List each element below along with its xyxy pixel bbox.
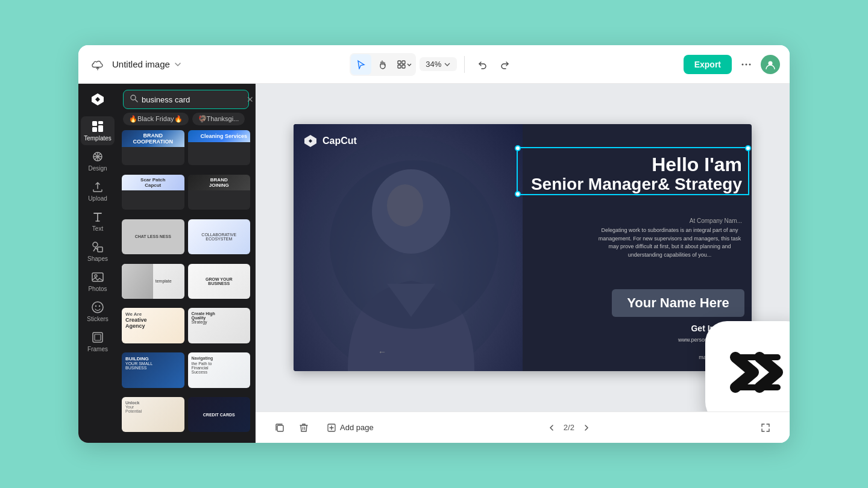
template-card-10[interactable]: Create High Quality Strategy — [188, 308, 251, 343]
top-bar: Untitled image — [78, 45, 790, 84]
add-page-button[interactable]: Add page — [318, 419, 382, 436]
zoom-control[interactable]: 34% — [420, 57, 457, 71]
svg-point-13 — [93, 242, 98, 247]
canvas-area: CapCut Hello I'am Senior Manager& Strate… — [256, 84, 790, 443]
top-bar-center: 34% — [189, 53, 676, 76]
sidebar-item-text[interactable]: Text — [81, 207, 115, 236]
undo-button[interactable] — [472, 54, 492, 75]
tag-thanksgiving[interactable]: 🦃Thanksgi... — [192, 113, 245, 125]
duplicate-page-button[interactable] — [270, 418, 289, 437]
headline-line2: Senior Manager& Strategy — [523, 175, 742, 194]
sidebar-item-stickers[interactable]: Stickers — [81, 297, 115, 326]
canvas-card[interactable]: CapCut Hello I'am Senior Manager& Strate… — [294, 124, 752, 371]
sidebar-label-photos: Photos — [88, 286, 107, 292]
toolbar-divider — [464, 56, 465, 73]
template-card-6[interactable]: COLLABORATIVEECOSYSTEM — [188, 219, 251, 254]
sidebar-label-templates: Templates — [84, 135, 112, 142]
app-window: Untitled image — [78, 45, 790, 443]
svg-point-17 — [95, 305, 96, 307]
sidebar-item-shapes[interactable]: Shapes — [81, 237, 115, 266]
fullscreen-button[interactable] — [756, 418, 775, 437]
svg-rect-8 — [92, 121, 97, 126]
page-navigation: 2/2 — [543, 419, 595, 436]
user-avatar[interactable] — [761, 55, 780, 74]
svg-point-4 — [742, 63, 744, 65]
sidebar-label-design: Design — [88, 165, 107, 172]
tag-black-friday[interactable]: 🔥Black Friday🔥 — [123, 113, 189, 125]
next-page-button[interactable] — [578, 419, 595, 436]
bottom-right-actions — [756, 418, 775, 437]
canvas-viewport[interactable]: CapCut Hello I'am Senior Manager& Strate… — [256, 84, 790, 411]
sidebar-item-photos[interactable]: Photos — [81, 267, 115, 296]
svg-rect-25 — [277, 425, 283, 431]
bottom-bar: Add page 2/2 — [256, 411, 790, 443]
svg-rect-0 — [398, 61, 401, 64]
sidebar-label-stickers: Stickers — [87, 316, 108, 322]
svg-rect-10 — [98, 125, 103, 132]
search-bar: ✕ — [123, 90, 249, 109]
sidebar-item-frames[interactable]: Frames — [81, 327, 115, 356]
template-card-7[interactable]: template — [122, 264, 184, 299]
sidebar-label-upload: Upload — [88, 195, 107, 202]
hand-tool-button[interactable] — [373, 54, 393, 75]
more-options-button[interactable] — [737, 55, 756, 74]
card-logo-text: CapCut — [322, 136, 357, 146]
handle-tr[interactable] — [745, 145, 751, 151]
template-card-14[interactable]: CREDIT CARDS — [188, 397, 251, 432]
template-card-13[interactable]: Unlock Your Potential — [122, 397, 184, 432]
search-icon — [130, 94, 138, 105]
search-input[interactable] — [142, 95, 243, 104]
headline-area: Hello I'am Senior Manager& Strategy — [523, 154, 752, 194]
top-bar-right: Export — [684, 55, 780, 74]
select-tool-button[interactable] — [351, 54, 371, 75]
template-card-2[interactable]: Cleaning Services — [188, 130, 251, 165]
top-bar-left: Untitled image — [88, 55, 182, 74]
add-page-label: Add page — [340, 423, 374, 432]
name-badge[interactable]: Your Name Here — [612, 289, 744, 317]
template-card-3[interactable]: Scar PatchCapcut — [122, 175, 184, 210]
svg-rect-9 — [98, 121, 103, 124]
template-card-4[interactable]: BRANDJOINING — [188, 175, 251, 210]
sidebar-item-upload[interactable]: Upload — [81, 177, 115, 205]
sidebar-label-frames: Frames — [87, 346, 108, 352]
template-card-1[interactable]: BRANDCOOPERATION — [122, 130, 184, 165]
export-button[interactable]: Export — [684, 55, 732, 74]
svg-rect-3 — [402, 65, 405, 68]
template-grid: BRANDCOOPERATION Cleaning Services Scar … — [117, 130, 255, 443]
sidebar-label-text: Text — [92, 225, 103, 232]
delete-page-button[interactable] — [294, 418, 313, 437]
svg-rect-1 — [402, 61, 405, 64]
prev-page-button[interactable] — [543, 419, 560, 436]
template-card-12[interactable]: Navigating the Path to Financial Success — [188, 352, 251, 387]
svg-point-16 — [95, 275, 97, 277]
description-text: Delegating work to subordinates is an in… — [597, 227, 742, 259]
svg-rect-11 — [92, 127, 97, 132]
template-card-9[interactable]: We Are CreativeAgency — [122, 308, 184, 343]
capcut-app-icon — [705, 321, 790, 411]
template-card-5[interactable]: CHAT LESS NESS — [122, 219, 184, 254]
clear-search-icon[interactable]: ✕ — [247, 95, 254, 104]
template-card-11[interactable]: BUILDING YOUR SMALL BUSINESS — [122, 352, 184, 387]
sidebar-item-design[interactable]: Design — [81, 146, 115, 175]
bottom-left-actions: Add page — [270, 418, 382, 437]
arrow-indicator: ← — [378, 347, 386, 357]
cloud-upload-icon[interactable] — [88, 55, 107, 74]
card-logo: CapCut — [303, 134, 357, 148]
company-name: At Company Nam... — [690, 217, 742, 224]
headline-line1: Hello I'am — [523, 154, 742, 175]
layout-tool-button[interactable] — [394, 54, 415, 75]
sidebar-item-templates[interactable]: Templates — [81, 116, 115, 145]
template-panel: ✕ 🔥Black Friday🔥 🦃Thanksgi... BRANDCOOPE… — [117, 84, 256, 443]
svg-point-5 — [746, 63, 747, 65]
document-title[interactable]: Untitled image — [112, 59, 182, 69]
template-card-8[interactable]: GROW YOURBUSINESS — [188, 264, 251, 299]
undo-redo-group — [472, 54, 515, 75]
svg-point-6 — [749, 63, 751, 65]
svg-rect-14 — [98, 247, 102, 252]
svg-rect-20 — [95, 334, 101, 340]
redo-button[interactable] — [495, 54, 515, 75]
svg-rect-2 — [398, 65, 401, 68]
svg-point-21 — [131, 95, 136, 100]
sidebar: Templates Design Upload — [78, 84, 117, 443]
tool-group — [350, 53, 416, 76]
